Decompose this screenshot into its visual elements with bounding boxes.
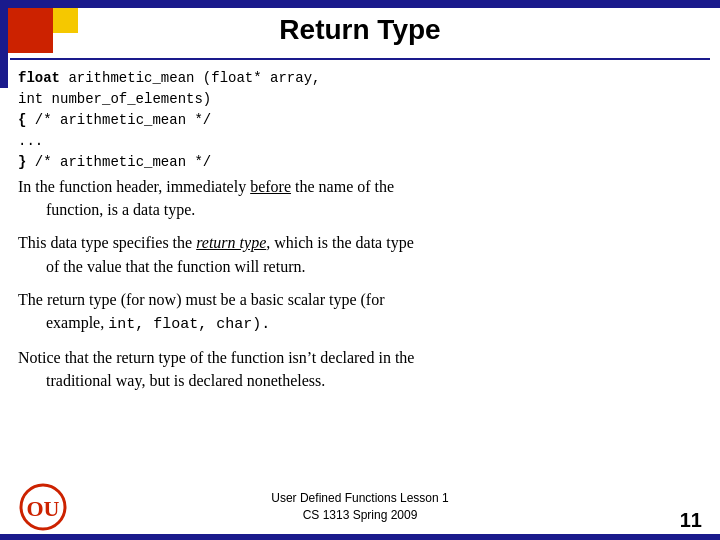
- paragraph-4: Notice that the return type of the funct…: [18, 346, 702, 392]
- page-number: 11: [680, 509, 702, 532]
- bottom-bar: [0, 534, 720, 540]
- p1-highlight: before: [250, 178, 291, 195]
- code-brace-close: }: [18, 154, 35, 170]
- p3-indent: example, int, float, char).: [18, 314, 270, 331]
- code-line-2: int number_of_elements): [18, 89, 702, 110]
- p2-before: This data type specifies the: [18, 234, 196, 251]
- footer-text: User Defined Functions Lesson 1 CS 1313 …: [0, 490, 720, 524]
- code-block: float arithmetic_mean (float* array, int…: [18, 68, 702, 173]
- top-bar: [0, 0, 720, 8]
- p3-code: int, float, char).: [108, 316, 270, 333]
- p2-indent: of the value that the function will retu…: [18, 258, 305, 275]
- p1-after: the name of the: [291, 178, 394, 195]
- p2-after: , which is the data type: [266, 234, 414, 251]
- p4-indent: traditional way, but is declared nonethe…: [18, 372, 325, 389]
- p2-highlight: return type: [196, 234, 266, 251]
- code-line-1: float arithmetic_mean (float* array,: [18, 68, 702, 89]
- content-area: In the function header, immediately befo…: [18, 175, 702, 402]
- p3-text: The return type (for now) must be a basi…: [18, 291, 385, 308]
- code-line-3: { /* arithmetic_mean */: [18, 110, 702, 131]
- code-brace-open: {: [18, 112, 35, 128]
- code-keyword-float: float: [18, 70, 60, 86]
- slide-title: Return Type: [0, 14, 720, 46]
- slide: Return Type float arithmetic_mean (float…: [0, 0, 720, 540]
- p1-indent: function, is a data type.: [18, 201, 195, 218]
- paragraph-1: In the function header, immediately befo…: [18, 175, 702, 221]
- p4-text: Notice that the return type of the funct…: [18, 349, 414, 366]
- paragraph-3: The return type (for now) must be a basi…: [18, 288, 702, 336]
- footer-line2: CS 1313 Spring 2009: [0, 507, 720, 524]
- code-line1-rest: arithmetic_mean (float* array,: [60, 70, 320, 86]
- paragraph-2: This data type specifies the return type…: [18, 231, 702, 277]
- code-line-5: } /* arithmetic_mean */: [18, 152, 702, 173]
- title-rule: [10, 58, 710, 60]
- p1-before: In the function header, immediately: [18, 178, 250, 195]
- footer-line1: User Defined Functions Lesson 1: [0, 490, 720, 507]
- code-line-4: ...: [18, 131, 702, 152]
